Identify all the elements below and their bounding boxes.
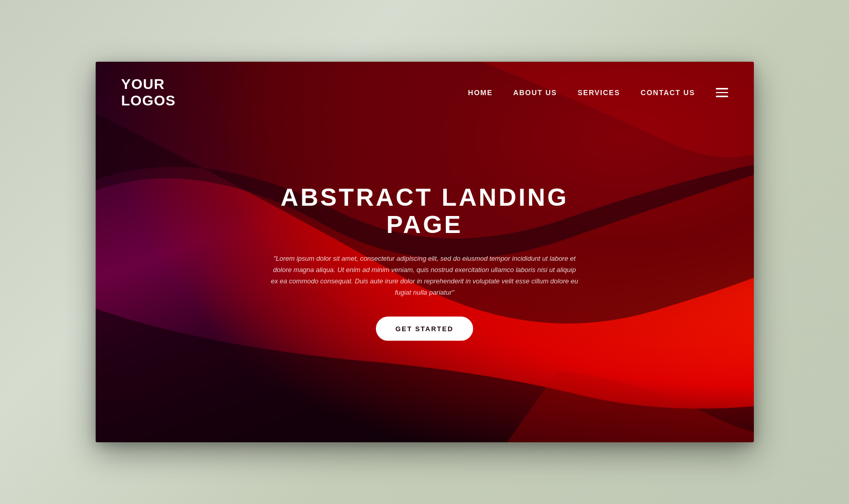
hamburger-line-1 bbox=[716, 88, 728, 89]
hero-description: "Lorem ipsum dolor sit amet, consectetur… bbox=[270, 253, 579, 298]
nav-links: HOME ABOUT US SERVICES CONTACT US bbox=[468, 88, 728, 97]
nav-home[interactable]: HOME bbox=[468, 88, 493, 97]
hamburger-menu-icon[interactable] bbox=[716, 88, 728, 97]
nav-contact[interactable]: CONTACT US bbox=[641, 88, 695, 97]
nav-about[interactable]: ABOUT US bbox=[513, 88, 557, 97]
nav-services[interactable]: SERVICES bbox=[577, 88, 620, 97]
hero-content: ABSTRACT LANDING PAGE "Lorem ipsum dolor… bbox=[270, 184, 579, 341]
cta-button[interactable]: GET STARTED bbox=[376, 316, 473, 340]
logo-line1: YOUR bbox=[121, 76, 165, 92]
logo: YOUR LOGOS bbox=[121, 76, 176, 109]
landing-page: YOUR LOGOS HOME ABOUT US SERVICES CONTAC… bbox=[96, 62, 754, 442]
navbar: YOUR LOGOS HOME ABOUT US SERVICES CONTAC… bbox=[96, 62, 754, 119]
browser-window: YOUR LOGOS HOME ABOUT US SERVICES CONTAC… bbox=[96, 62, 754, 442]
logo-line2: LOGOS bbox=[121, 93, 176, 109]
hamburger-line-2 bbox=[716, 92, 728, 94]
hero-title: ABSTRACT LANDING PAGE bbox=[270, 184, 579, 239]
hamburger-line-3 bbox=[716, 96, 728, 97]
